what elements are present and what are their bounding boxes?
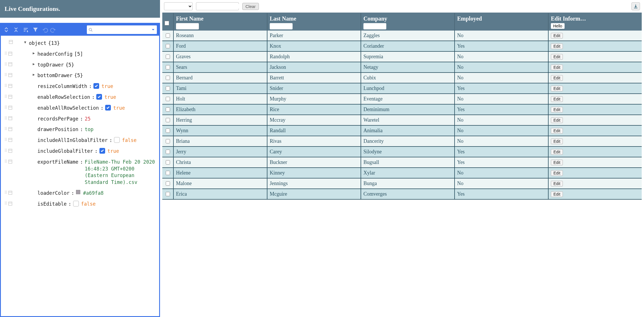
- tree-value[interactable]: FileName-Thu Feb 20 2020 16:48:23 GMT+02…: [85, 159, 159, 186]
- row-menu-icon[interactable]: [8, 127, 12, 131]
- filter-lastname[interactable]: [270, 23, 293, 29]
- tree-key[interactable]: headerConfig: [37, 51, 73, 58]
- json-search[interactable]: [87, 25, 157, 34]
- row-checkbox[interactable]: [166, 65, 170, 69]
- drag-handle-icon[interactable]: ⠿: [4, 94, 7, 100]
- row-checkbox[interactable]: [166, 139, 170, 143]
- chevron-down-icon[interactable]: [151, 28, 155, 32]
- edit-button[interactable]: Edit: [551, 96, 563, 102]
- column-header-firstname[interactable]: First Name: [176, 15, 265, 22]
- edit-button[interactable]: Edit: [551, 117, 563, 123]
- edit-button[interactable]: Edit: [551, 65, 563, 70]
- download-button[interactable]: [631, 2, 640, 10]
- tree-value[interactable]: 25: [85, 116, 91, 123]
- column-header-company[interactable]: Company: [363, 15, 452, 22]
- row-menu-icon[interactable]: [8, 73, 12, 77]
- grid-search-input[interactable]: [198, 4, 248, 9]
- undo-icon[interactable]: [42, 27, 48, 33]
- row-checkbox[interactable]: [166, 171, 170, 175]
- row-checkbox[interactable]: [166, 118, 170, 122]
- checkbox-unchecked-icon[interactable]: [73, 201, 79, 206]
- row-menu-icon[interactable]: [8, 160, 12, 164]
- edit-button[interactable]: Edit: [551, 33, 563, 39]
- edit-button[interactable]: Edit: [551, 86, 563, 91]
- drag-handle-icon[interactable]: ⠿: [4, 62, 7, 67]
- column-header-edit[interactable]: Edit Inform…: [551, 15, 639, 22]
- edit-button[interactable]: Edit: [551, 54, 563, 60]
- filter-firstname[interactable]: [176, 23, 199, 29]
- row-checkbox[interactable]: [166, 107, 170, 112]
- row-checkbox[interactable]: [166, 97, 170, 101]
- edit-button[interactable]: Edit: [551, 139, 563, 144]
- checkbox-checked-icon[interactable]: [99, 148, 105, 154]
- tree-value[interactable]: false: [122, 137, 137, 144]
- row-checkbox[interactable]: [166, 86, 170, 91]
- edit-button[interactable]: Edit: [551, 128, 563, 134]
- edit-button[interactable]: Edit: [551, 75, 563, 81]
- drag-handle-icon[interactable]: ⠿: [4, 159, 7, 164]
- row-checkbox[interactable]: [166, 150, 170, 154]
- row-menu-icon[interactable]: [8, 95, 12, 99]
- edit-button[interactable]: Edit: [551, 160, 563, 165]
- row-menu-icon[interactable]: [8, 116, 12, 120]
- collapse-all-icon[interactable]: [13, 27, 19, 33]
- tree-key[interactable]: bottomDrawer: [37, 72, 73, 79]
- row-checkbox[interactable]: [166, 181, 170, 186]
- json-search-input[interactable]: [94, 27, 150, 33]
- sort-icon[interactable]: [23, 27, 29, 33]
- row-menu-icon[interactable]: [8, 191, 12, 195]
- column-header-employed[interactable]: Employed: [457, 15, 546, 22]
- grid-column-select[interactable]: [164, 2, 193, 10]
- checkbox-unchecked-icon[interactable]: [114, 137, 120, 143]
- chevron-right-icon[interactable]: ▶: [32, 72, 36, 77]
- edit-button[interactable]: Edit: [551, 191, 563, 197]
- drag-handle-icon[interactable]: ⠿: [4, 116, 7, 121]
- drag-handle-icon[interactable]: ⠿: [4, 190, 7, 196]
- tree-value[interactable]: true: [113, 105, 125, 112]
- edit-button[interactable]: Edit: [551, 107, 563, 113]
- drag-handle-icon[interactable]: ⠿: [4, 105, 7, 111]
- drag-handle-icon[interactable]: ⠿: [4, 72, 7, 78]
- tree-value[interactable]: #a69fa8: [83, 190, 104, 197]
- tree-value[interactable]: top: [85, 126, 94, 133]
- row-menu-icon[interactable]: [8, 149, 12, 153]
- drag-handle-icon[interactable]: ⠿: [4, 148, 7, 154]
- row-checkbox[interactable]: [166, 44, 170, 48]
- checkbox-checked-icon[interactable]: [96, 94, 102, 100]
- row-menu-icon[interactable]: [8, 62, 12, 66]
- filter-company[interactable]: [363, 23, 386, 29]
- row-checkbox[interactable]: [166, 55, 170, 59]
- tree-key[interactable]: topDrawer: [37, 62, 64, 69]
- row-checkbox[interactable]: [166, 76, 170, 80]
- chevron-right-icon[interactable]: ▶: [32, 51, 36, 56]
- expand-all-icon[interactable]: [3, 27, 9, 33]
- chevron-down-icon[interactable]: ▼: [23, 40, 27, 45]
- row-menu-icon[interactable]: [9, 40, 13, 44]
- edit-button[interactable]: Edit: [551, 181, 563, 186]
- drag-handle-icon[interactable]: ⠿: [4, 51, 7, 57]
- row-checkbox[interactable]: [166, 192, 170, 196]
- select-all-checkbox[interactable]: [165, 21, 169, 25]
- row-menu-icon[interactable]: [8, 202, 12, 206]
- edit-button[interactable]: Edit: [551, 149, 563, 155]
- row-menu-icon[interactable]: [8, 84, 12, 88]
- edit-button[interactable]: Edit: [551, 43, 563, 49]
- edit-button[interactable]: Edit: [551, 170, 563, 176]
- drag-handle-icon[interactable]: ⠿: [4, 201, 7, 206]
- tree-value[interactable]: false: [81, 201, 96, 208]
- column-header-lastname[interactable]: Last Name: [270, 15, 358, 22]
- drag-handle-icon[interactable]: ⠿: [4, 137, 7, 143]
- chevron-right-icon[interactable]: ▶: [32, 62, 36, 67]
- row-menu-icon[interactable]: [8, 52, 12, 56]
- row-menu-icon[interactable]: [8, 138, 12, 142]
- filter-icon[interactable]: [32, 27, 39, 33]
- drag-handle-icon[interactable]: ⠿: [4, 126, 7, 132]
- tree-value[interactable]: true: [101, 83, 113, 90]
- row-checkbox[interactable]: [166, 129, 170, 133]
- row-menu-icon[interactable]: [8, 106, 12, 110]
- redo-icon[interactable]: [50, 27, 56, 33]
- row-checkbox[interactable]: [166, 160, 170, 164]
- row-checkbox[interactable]: [166, 33, 170, 38]
- tree-value[interactable]: true: [107, 148, 119, 155]
- tree-value[interactable]: true: [104, 94, 116, 101]
